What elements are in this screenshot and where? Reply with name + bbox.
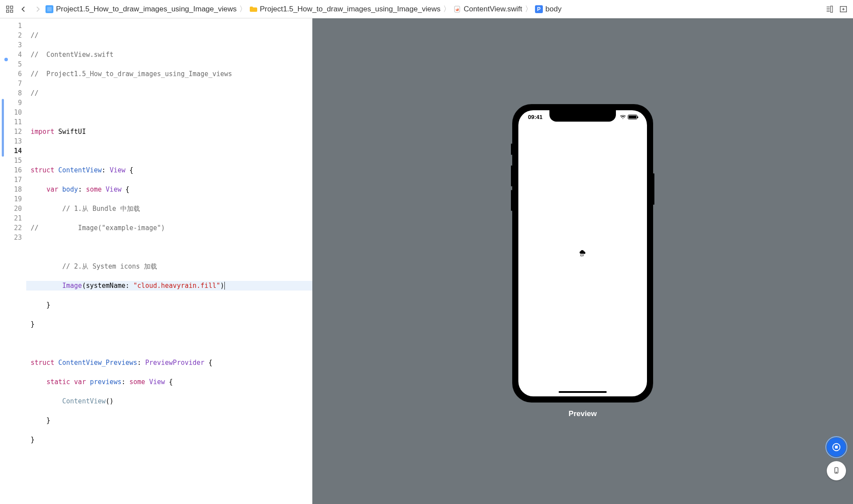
line-number: 4 xyxy=(0,50,26,60)
svg-rect-18 xyxy=(835,446,838,448)
line-number: 5 xyxy=(0,60,26,69)
code-text: struct xyxy=(31,359,54,367)
line-number: 11 xyxy=(0,117,26,127)
crumb-label: body xyxy=(545,5,562,14)
line-number: 13 xyxy=(0,136,26,146)
gutter: 1 2 3 4 5 6 7 8 9 10 11 12 13 14 15 16 1… xyxy=(0,18,26,504)
code-text: // xyxy=(31,89,38,97)
cursor xyxy=(224,282,225,290)
device-screen: 09:41 xyxy=(518,110,647,396)
code-text: // 2.从 System icons 加载 xyxy=(62,262,157,270)
chevron-right-icon: 〉 xyxy=(442,4,451,14)
code-text: some xyxy=(129,378,145,386)
code-text: var xyxy=(74,378,86,386)
code-text: PreviewProvider xyxy=(145,359,204,367)
svg-rect-10 xyxy=(831,6,833,12)
code-text: SwiftUI xyxy=(58,128,86,136)
code-text: ContentView xyxy=(62,397,105,405)
line-number: 18 xyxy=(0,185,26,194)
line-number: 16 xyxy=(0,165,26,175)
preview-label: Preview xyxy=(569,410,597,418)
svg-rect-3 xyxy=(10,10,13,12)
line-number: 10 xyxy=(0,108,26,117)
code-text: body xyxy=(62,186,78,193)
minimap-toggle[interactable] xyxy=(823,3,836,15)
code-text: Image xyxy=(62,282,82,290)
line-number: 2 xyxy=(0,31,26,40)
code-text: struct xyxy=(31,166,54,174)
crumb-label: Project1.5_How_to_draw_images_using_Imag… xyxy=(260,5,440,14)
svg-rect-1 xyxy=(10,6,13,8)
code-text: View xyxy=(149,378,165,386)
chevron-right-icon: 〉 xyxy=(524,4,533,14)
line-number: 1 xyxy=(0,21,26,31)
property-icon: P xyxy=(535,5,543,13)
code-text: View xyxy=(110,166,126,174)
back-button[interactable] xyxy=(17,3,30,15)
code-area[interactable]: // // ContentView.swift // Project1.5_Ho… xyxy=(26,18,312,504)
swift-file-icon xyxy=(453,5,461,13)
related-items-button[interactable] xyxy=(3,3,16,15)
line-number: 8 xyxy=(0,88,26,98)
battery-icon xyxy=(628,115,637,119)
folder-icon xyxy=(249,5,257,13)
line-number: 21 xyxy=(0,214,26,223)
line-number: 22 xyxy=(0,223,26,233)
svg-rect-0 xyxy=(7,6,9,8)
svg-point-17 xyxy=(833,444,840,451)
code-text: // xyxy=(31,32,38,39)
forward-button[interactable] xyxy=(31,3,44,15)
status-time: 09:41 xyxy=(528,114,542,120)
line-number: 14 xyxy=(0,146,26,156)
source-editor[interactable]: 1 2 3 4 5 6 7 8 9 10 11 12 13 14 15 16 1… xyxy=(0,18,312,504)
status-bar: 09:41 xyxy=(518,114,647,120)
svg-line-15 xyxy=(582,254,582,256)
line-number: 7 xyxy=(0,79,26,88)
home-indicator xyxy=(559,391,607,393)
breadcrumb-file[interactable]: ContentView.swift xyxy=(453,5,522,14)
breadcrumb-folder[interactable]: Project1.5_How_to_draw_images_using_Imag… xyxy=(249,5,440,14)
line-number: 20 xyxy=(0,204,26,214)
line-number: 3 xyxy=(0,40,26,50)
breadcrumb: Project1.5_How_to_draw_images_using_Imag… xyxy=(45,4,562,14)
project-icon xyxy=(45,5,53,13)
change-bar xyxy=(2,99,4,157)
jump-bar: Project1.5_How_to_draw_images_using_Imag… xyxy=(0,0,853,18)
svg-point-20 xyxy=(836,472,836,472)
svg-rect-2 xyxy=(7,10,9,12)
code-text: previews xyxy=(90,378,121,386)
code-text: // Image("example-image") xyxy=(31,224,165,232)
line-number: 23 xyxy=(0,233,26,242)
side-button xyxy=(511,165,512,186)
code-text: systemName: xyxy=(86,282,129,290)
svg-rect-4 xyxy=(47,7,52,11)
side-button xyxy=(511,190,512,211)
code-text: static xyxy=(46,378,70,386)
crumb-label: Project1.5_How_to_draw_images_using_Imag… xyxy=(56,5,237,14)
preview-canvas[interactable]: 09:41 Preview xyxy=(312,18,853,504)
cloud-heavyrain-icon xyxy=(579,250,587,258)
line-number: 19 xyxy=(0,194,26,204)
device-frame: 09:41 xyxy=(512,104,653,402)
breadcrumb-project[interactable]: Project1.5_How_to_draw_images_using_Imag… xyxy=(45,5,237,14)
code-text: "cloud.heavyrain.fill" xyxy=(133,282,220,290)
crumb-label: ContentView.swift xyxy=(464,5,522,14)
wifi-icon xyxy=(620,115,626,119)
code-text: View xyxy=(106,186,122,193)
svg-line-16 xyxy=(583,254,584,256)
code-text: ContentView xyxy=(58,166,101,174)
add-editor-button[interactable] xyxy=(837,3,850,15)
chevron-right-icon: 〉 xyxy=(238,4,248,14)
device-settings-button[interactable] xyxy=(827,461,846,480)
line-number: 6 xyxy=(0,69,26,79)
code-text: ContentView_Previews xyxy=(58,359,137,367)
code-text: some xyxy=(86,186,101,193)
breadcrumb-symbol[interactable]: P body xyxy=(535,5,562,14)
unsaved-indicator-icon xyxy=(4,58,8,61)
line-number: 15 xyxy=(0,156,26,165)
code-text: // 1.从 Bundle 中加载 xyxy=(62,205,140,213)
svg-line-14 xyxy=(580,254,581,256)
code-text: // ContentView.swift xyxy=(31,51,114,59)
live-preview-button[interactable] xyxy=(827,438,846,457)
code-text: import xyxy=(31,128,54,136)
